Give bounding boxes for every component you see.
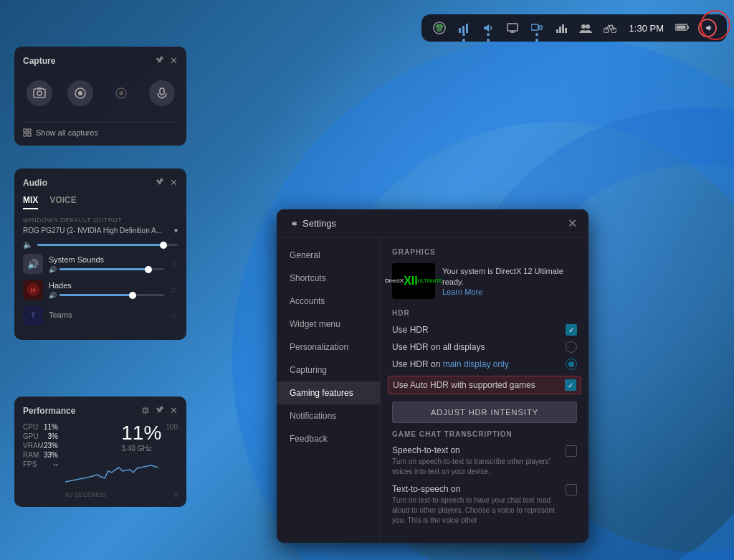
nav-gaming-features[interactable]: Gaming features — [277, 381, 380, 404]
record-button[interactable] — [67, 80, 93, 106]
system-sounds-vol-icon: 🔊 — [49, 266, 57, 273]
settings-dialog: Settings ✕ General Shortcuts Accounts Wi… — [277, 209, 588, 543]
display-icon[interactable] — [505, 20, 520, 36]
svg-rect-19 — [677, 25, 686, 29]
use-hdr-checkbox[interactable]: ✓ — [566, 324, 577, 336]
perf-chart-area: 11% 3.40 GHz 100 60 SECONDS 0 — [65, 423, 178, 498]
perf-sub-value: 3.40 GHz — [121, 445, 161, 452]
capture-pin-icon[interactable] — [156, 55, 164, 66]
chart-icon[interactable] — [456, 20, 472, 36]
directx-logo: DirectX XII ULTIMATE — [392, 263, 435, 299]
bar-chart-icon[interactable] — [553, 20, 569, 36]
audio-widget-header: Audio ✕ — [23, 177, 178, 188]
svg-rect-7 — [531, 24, 538, 30]
teams-star[interactable]: ☆ — [170, 310, 178, 321]
audio-close-icon[interactable]: ✕ — [170, 177, 178, 188]
auto-hdr-checkbox[interactable]: ✓ — [565, 379, 576, 391]
system-sounds-item: 🔊 System Sounds 🔊 ☆ — [23, 254, 178, 274]
ram-stat: RAM 33% — [23, 451, 58, 459]
speech-to-text-desc: Turn on speech-to-text to transcribe oth… — [392, 457, 560, 477]
auto-hdr-row: Use Auto HDR with supported games ✓ — [388, 376, 581, 394]
capture-close-icon[interactable]: ✕ — [170, 55, 178, 66]
nav-feedback[interactable]: Feedback — [277, 427, 380, 450]
perf-pin-icon[interactable] — [156, 405, 164, 416]
audio-device-chevron[interactable]: ▾ — [174, 227, 178, 234]
hades-slider-row: 🔊 — [49, 292, 164, 299]
svg-rect-9 — [556, 29, 558, 33]
use-hdr-all-label: Use HDR on all displays — [392, 342, 485, 352]
svg-point-25 — [119, 91, 123, 95]
audio-tabs: MIX VOICE — [23, 195, 178, 209]
teams-item: T Teams ☆ — [23, 305, 178, 326]
microphone-button[interactable] — [149, 80, 175, 106]
capture-widget-title: Capture — [23, 56, 55, 66]
hades-info: Hades 🔊 — [49, 281, 164, 299]
volume-icon-small: 🔈 — [23, 240, 33, 250]
settings-gear-button[interactable] — [698, 19, 717, 37]
group-icon[interactable] — [578, 20, 594, 36]
nav-notifications[interactable]: Notifications — [277, 404, 380, 427]
audio-device-name: ROG PG27U (2- NVIDIA High Definition A..… — [23, 227, 174, 234]
hades-track[interactable] — [59, 294, 164, 296]
hades-vol-icon: 🔊 — [49, 292, 57, 299]
perf-big-value: 11% — [121, 423, 161, 443]
svg-rect-20 — [34, 89, 45, 98]
speech-to-text-title: Speech-to-text on — [392, 445, 560, 455]
svg-rect-29 — [24, 129, 27, 132]
show-all-captures-label: Show all captures — [36, 128, 98, 137]
use-hdr-label: Use HDR — [392, 325, 429, 335]
monitor-icon[interactable] — [529, 20, 545, 36]
nav-shortcuts[interactable]: Shortcuts — [277, 267, 380, 290]
speech-to-text-checkbox[interactable] — [566, 445, 577, 457]
nav-capturing[interactable]: Capturing — [277, 359, 380, 381]
nav-widget-menu[interactable]: Widget menu — [277, 313, 380, 336]
tab-mix[interactable]: MIX — [23, 195, 38, 209]
svg-rect-4 — [507, 24, 518, 31]
svg-point-14 — [586, 24, 590, 29]
volume-icon[interactable] — [480, 20, 496, 36]
svg-text:H: H — [31, 287, 36, 294]
audio-device-row[interactable]: ROG PG27U (2- NVIDIA High Definition A..… — [23, 227, 178, 234]
broadcast-button[interactable] — [108, 80, 134, 106]
svg-rect-11 — [562, 24, 564, 33]
audio-pin-icon[interactable] — [156, 177, 164, 188]
performance-widget: Performance ⚙ ✕ CPU 11% GPU 3% VRAM 23% — [14, 397, 186, 507]
vram-stat: VRAM 23% — [23, 442, 58, 450]
hades-star[interactable]: ☆ — [170, 285, 178, 295]
settings-dialog-title: Settings — [302, 218, 336, 229]
screenshot-button[interactable] — [27, 80, 52, 106]
directx-card: DirectX XII ULTIMATE Your system is Dire… — [392, 263, 577, 299]
system-sounds-star[interactable]: ☆ — [170, 259, 178, 269]
xbox-icon[interactable] — [432, 20, 447, 36]
nav-general[interactable]: General — [277, 244, 380, 267]
text-to-speech-checkbox[interactable] — [566, 484, 577, 495]
system-sounds-track[interactable] — [59, 268, 164, 270]
bike-icon[interactable] — [602, 20, 618, 36]
capture-buttons-row — [23, 73, 178, 113]
svg-rect-10 — [559, 27, 561, 33]
capture-header-icons: ✕ — [156, 55, 178, 66]
use-hdr-all-radio[interactable] — [566, 341, 577, 353]
game-chat-section-title: GAME CHAT TRANSCRIPTION — [392, 430, 577, 438]
speech-to-text-row: Speech-to-text on Turn on speech-to-text… — [392, 445, 577, 477]
settings-close-button[interactable]: ✕ — [568, 217, 577, 230]
perf-close-icon[interactable]: ✕ — [170, 405, 178, 416]
nav-accounts[interactable]: Accounts — [277, 290, 380, 313]
speech-to-text-text: Speech-to-text on Turn on speech-to-text… — [392, 445, 560, 477]
use-hdr-main-radio[interactable] — [566, 359, 577, 370]
perf-settings-icon[interactable]: ⚙ — [141, 405, 150, 416]
show-all-captures-button[interactable]: Show all captures — [23, 122, 178, 137]
graphics-section-title: GRAPHICS — [392, 248, 577, 256]
text-to-speech-desc: Turn on text-to-speech to have your chat… — [392, 495, 560, 526]
directx-learn-more-link[interactable]: Learn More — [442, 288, 577, 296]
svg-rect-2 — [462, 26, 464, 33]
svg-rect-8 — [539, 26, 542, 29]
adjust-hdr-button[interactable]: ADJUST HDR INTENSITY — [392, 402, 577, 423]
tab-voice[interactable]: VOICE — [49, 195, 76, 209]
text-to-speech-row: Text-to-speech on Turn on text-to-speech… — [392, 484, 577, 526]
nav-personalization[interactable]: Personalization — [277, 336, 380, 359]
svg-point-13 — [581, 24, 586, 29]
master-volume-slider[interactable]: 🔈 — [23, 240, 178, 250]
master-track[interactable] — [37, 244, 178, 246]
settings-content: GRAPHICS DirectX XII ULTIMATE Your syste… — [381, 238, 588, 543]
